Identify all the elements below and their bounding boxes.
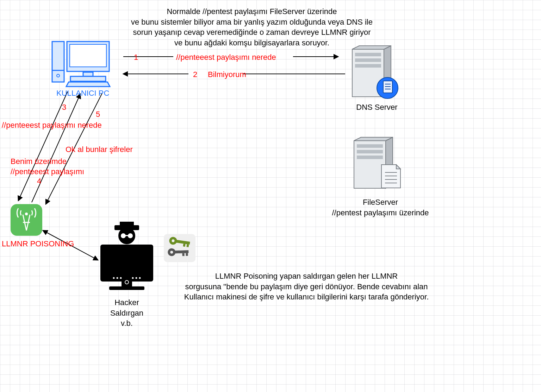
arrow4-label: Benim üzerimde //penteeest paylaşımı (11, 157, 84, 177)
hacker-l2: Saldırgan (110, 309, 143, 317)
svg-rect-36 (120, 222, 134, 227)
arrow5-label: Ok al bunlar şifreler (66, 144, 133, 155)
top-l3: sorun yaşanıp cevap veremediğinde o zama… (133, 28, 371, 37)
dns-server-icon (352, 46, 398, 99)
svg-rect-49 (186, 244, 189, 247)
svg-rect-7 (355, 53, 381, 56)
svg-point-27 (113, 277, 115, 279)
svg-point-29 (120, 277, 122, 279)
svg-point-31 (136, 277, 137, 279)
svg-rect-16 (357, 150, 383, 153)
svg-point-30 (132, 277, 134, 279)
svg-point-10 (377, 77, 398, 99)
keys-icon (164, 234, 195, 262)
svg-rect-22 (11, 204, 42, 236)
bot-l3: Kullanıcı makinesi de şifre ve kullanıcı… (184, 292, 429, 301)
top-paragraph: Normalde //pentest paylaşımı FileServer … (102, 6, 402, 48)
svg-point-37 (121, 233, 126, 238)
svg-point-42 (170, 251, 173, 254)
fileserver-label: FileServer //pentest paylaşımı üzerinde (331, 197, 430, 218)
svg-point-46 (169, 236, 178, 245)
svg-rect-5 (83, 72, 93, 76)
svg-rect-48 (176, 240, 190, 245)
svg-rect-45 (182, 253, 184, 256)
arrow3-num: 3 (62, 102, 66, 113)
svg-rect-35 (114, 225, 139, 230)
llmnr-broadcast-icon (11, 204, 42, 236)
arrow4-l1: Benim üzerimde (11, 157, 67, 166)
arrow3-label: //penteeest paylaşımı nerede (2, 120, 102, 131)
arrow5-num: 5 (96, 109, 100, 120)
svg-rect-0 (52, 42, 64, 82)
svg-rect-11 (383, 81, 392, 93)
arrow2-label: Bilmiyorum (208, 69, 246, 80)
bot-l2: sorgusuna "bende bu paylaşım diye geri d… (185, 282, 428, 291)
arrow1-label: //penteeest paylaşımı nerede (176, 52, 276, 63)
user-pc-label: KULLANICI PC (56, 88, 109, 99)
svg-point-23 (25, 213, 28, 215)
svg-rect-6 (70, 76, 106, 81)
svg-rect-40 (164, 234, 195, 262)
svg-rect-43 (175, 250, 188, 253)
dns-label: DNS Server (349, 102, 405, 113)
arrow1-num: 1 (134, 52, 138, 63)
svg-point-34 (118, 227, 135, 244)
svg-rect-17 (357, 156, 383, 159)
fileserver-icon (354, 137, 400, 188)
svg-point-33 (125, 280, 129, 284)
svg-rect-9 (355, 64, 381, 68)
svg-point-32 (139, 277, 141, 279)
svg-point-28 (117, 277, 118, 279)
svg-point-41 (168, 248, 176, 256)
diagram-canvas: Normalde //pentest paylaşımı FileServer … (0, 0, 541, 392)
svg-rect-26 (109, 286, 144, 290)
top-l1: Normalde //pentest paylaşımı FileServer … (167, 7, 337, 16)
arrow2-num: 2 (193, 69, 197, 80)
arrow4-l2: //penteeest paylaşımı (11, 167, 84, 176)
svg-point-2 (57, 74, 60, 77)
svg-rect-50 (183, 244, 186, 247)
svg-rect-44 (186, 253, 188, 256)
fileserver-l1: FileServer (363, 198, 398, 207)
top-l4: ve bunu ağdaki komşu bilgisayarlara soru… (174, 38, 329, 47)
hacker-l1: Hacker (114, 298, 139, 307)
svg-point-47 (172, 239, 175, 242)
llmnr-label: LLMNR POISONING (2, 239, 74, 249)
hacker-icon (100, 222, 153, 290)
svg-rect-8 (355, 58, 381, 62)
hacker-label: Hacker Saldırgan v.b. (106, 297, 148, 329)
svg-rect-24 (100, 245, 153, 282)
user-pc-icon (52, 42, 110, 87)
svg-rect-15 (357, 144, 383, 148)
fileserver-l2: //pentest paylaşımı üzerinde (332, 208, 429, 217)
svg-line-55 (18, 91, 68, 201)
svg-point-38 (128, 233, 133, 238)
arrow4-num: 4 (37, 176, 41, 186)
bot-l1: LLMNR Poisoning yapan saldırgan gelen he… (215, 272, 398, 280)
svg-rect-25 (122, 282, 132, 286)
svg-rect-4 (70, 44, 106, 67)
hacker-l3: v.b. (121, 319, 133, 328)
svg-rect-39 (125, 235, 128, 236)
top-l2: ve bunu sistemler biliyor ama bir yanlış… (131, 18, 373, 26)
bottom-paragraph: LLMNR Poisoning yapan saldırgan gelen he… (169, 271, 444, 302)
